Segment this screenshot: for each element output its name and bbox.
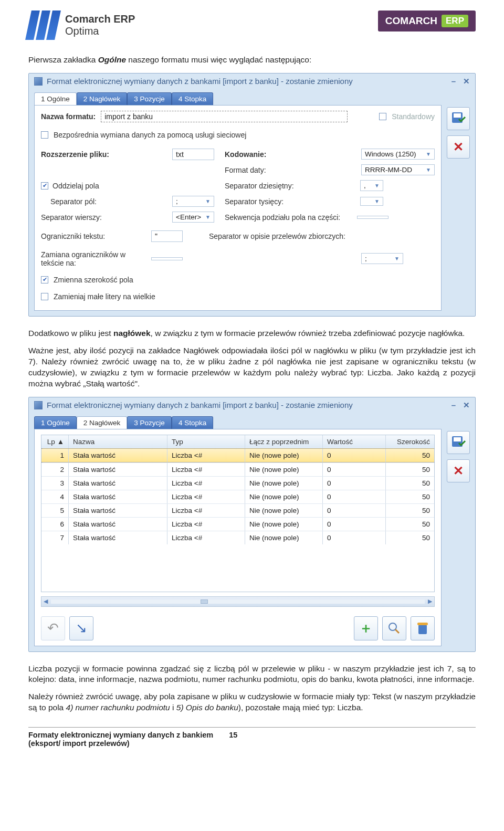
cancel-button[interactable]: ✕ [447, 459, 470, 482]
tab-ogolne[interactable]: 1 Ogólne [34, 92, 77, 105]
cell-name: Stała wartość [69, 449, 167, 462]
close-button[interactable]: ✕ [463, 401, 470, 410]
label-upper: Zamieniaj małe litery na wielkie [54, 292, 155, 301]
combo-sepdec[interactable]: ,▼ [360, 180, 383, 191]
tab-pozycje[interactable]: 3 Pozycje [127, 92, 172, 105]
col-name[interactable]: Nazwa [69, 435, 167, 448]
window-title: Format elektronicznej wymiany danych z b… [47, 77, 353, 86]
scroll-left-icon[interactable]: ◀ [44, 598, 48, 605]
para-5: Należy również zwrócić uwagę, aby pola z… [28, 691, 476, 713]
label-date: Format daty: [225, 166, 266, 174]
search-button[interactable] [382, 616, 406, 640]
cell-lacz: Nie (nowe pole) [245, 449, 323, 462]
cell-war: 0 [323, 477, 386, 490]
combo-date[interactable]: RRRR-MM-DD▼ [361, 164, 435, 175]
combo-encoding[interactable]: Windows (1250)▼ [361, 149, 435, 160]
cell-lp: 5 [41, 504, 69, 517]
svg-point-2 [389, 623, 396, 630]
redo-button[interactable]: ↘ [69, 616, 93, 640]
para-1: Pierwsza zakładka Ogólne naszego formatu… [28, 55, 476, 66]
tab-naglowek[interactable]: 2 Nagłówek [77, 92, 128, 105]
cell-szer: 50 [386, 477, 434, 490]
erp-badge: COMARCH ERP [378, 10, 476, 31]
cell-war: 0 [323, 531, 386, 544]
titlebar: Format elektronicznej wymiany danych z b… [29, 73, 475, 89]
badge-sub: ERP [442, 15, 468, 27]
input-ogr[interactable]: " [151, 230, 183, 242]
col-typ[interactable]: Typ [167, 435, 245, 448]
label-seppol: Separator pól: [50, 197, 97, 206]
footer-sub: (eksport/ import przelewów) [28, 739, 213, 748]
col-lp[interactable]: Lp ▲ [41, 435, 69, 448]
cell-lp: 7 [41, 531, 69, 544]
input-ext[interactable]: txt [172, 149, 214, 160]
undo-button[interactable]: ↶ [41, 616, 65, 640]
tab-ogolne[interactable]: 1 Ogólne [34, 416, 77, 429]
add-button[interactable]: ＋ [354, 616, 378, 640]
label-ext: Rozszerzenie pliku: [41, 150, 109, 159]
tab-stopka[interactable]: 4 Stopka [172, 416, 213, 429]
table-row[interactable]: 5Stała wartośćLiczba <#Nie (nowe pole)05… [41, 503, 434, 517]
svg-line-3 [395, 629, 399, 633]
table-row[interactable]: 7Stała wartośćLiczba <#Nie (nowe pole)05… [41, 531, 434, 544]
combo-seppol[interactable]: ;▼ [172, 196, 214, 207]
checkbox-upper[interactable] [41, 293, 48, 300]
cell-name: Stała wartość [69, 477, 167, 490]
grid: Lp ▲ Nazwa Typ Łącz z poprzednim Wartość… [41, 435, 435, 592]
cell-name: Stała wartość [69, 490, 167, 503]
combo-sepwier[interactable]: <Enter>▼ [172, 212, 214, 223]
cell-lacz: Nie (nowe pole) [245, 531, 323, 544]
cell-name: Stała wartość [69, 463, 167, 476]
cell-name: Stała wartość [69, 518, 167, 531]
checkbox-direct[interactable] [41, 131, 48, 139]
input-sekw[interactable] [357, 216, 388, 219]
scroll-right-icon[interactable]: ▶ [428, 598, 432, 605]
svg-rect-5 [417, 623, 428, 625]
horizontal-scrollbar[interactable]: ◀ ▶ [41, 596, 435, 607]
cell-szer: 50 [386, 504, 434, 517]
window-ogolne: Format elektronicznej wymiany danych z b… [28, 73, 476, 317]
label-varwidth: Zmienna szerokość pola [54, 276, 133, 284]
table-row[interactable]: 2Stała wartośćLiczba <#Nie (nowe pole)05… [41, 462, 434, 476]
tab-naglowek[interactable]: 2 Nagłówek [77, 416, 128, 429]
page-number: 15 [229, 731, 237, 748]
combo-septh[interactable]: ▼ [360, 197, 383, 206]
cell-war: 0 [323, 463, 386, 476]
label-septh: Separator tysięcy: [225, 197, 284, 206]
table-row[interactable]: 4Stała wartośćLiczba <#Nie (nowe pole)05… [41, 490, 434, 503]
label-zam: Zamiana ograniczników w tekście na: [41, 250, 146, 267]
label-sekw: Sekwencja podziału pola na części: [225, 213, 340, 222]
combo-sepop[interactable]: ;▼ [361, 253, 403, 264]
cell-szer: 50 [386, 531, 434, 544]
cell-war: 0 [323, 490, 386, 503]
cancel-button[interactable]: ✕ [447, 135, 470, 159]
save-button[interactable] [447, 431, 470, 454]
tab-pozycje[interactable]: 3 Pozycje [127, 416, 172, 429]
cell-szer: 50 [386, 490, 434, 503]
checkbox-sepfields[interactable] [41, 182, 48, 190]
label-sepdec: Separator dziesiętny: [225, 182, 294, 190]
label-sepwier: Separator wierszy: [41, 213, 102, 222]
table-row[interactable]: 3Stała wartośćLiczba <#Nie (nowe pole)05… [41, 476, 434, 490]
save-button[interactable] [447, 107, 470, 130]
input-zam[interactable] [151, 257, 183, 260]
col-lacz[interactable]: Łącz z poprzednim [245, 435, 323, 448]
cell-szer: 50 [386, 449, 434, 462]
checkbox-standard[interactable] [379, 113, 386, 120]
close-button[interactable]: ✕ [463, 77, 470, 86]
col-war[interactable]: Wartość [323, 435, 386, 448]
cell-lacz: Nie (nowe pole) [245, 477, 323, 490]
table-row[interactable]: 1Stała wartośćLiczba <#Nie (nowe pole)05… [41, 448, 434, 462]
cell-war: 0 [323, 504, 386, 517]
tab-stopka[interactable]: 4 Stopka [172, 92, 213, 105]
delete-button[interactable] [411, 616, 435, 640]
input-name[interactable]: import z banku [101, 111, 348, 122]
minimize-button[interactable]: – [452, 401, 456, 410]
checkbox-varwidth[interactable] [41, 276, 48, 283]
table-row[interactable]: 6Stała wartośćLiczba <#Nie (nowe pole)05… [41, 517, 434, 531]
tabs-row: 1 Ogólne 2 Nagłówek 3 Pozycje 4 Stopka [29, 89, 447, 105]
minimize-button[interactable]: – [452, 77, 456, 86]
col-szer[interactable]: Szerokość [386, 435, 434, 448]
label-standard: Standardowy [392, 112, 435, 121]
cell-lp: 3 [41, 477, 69, 490]
